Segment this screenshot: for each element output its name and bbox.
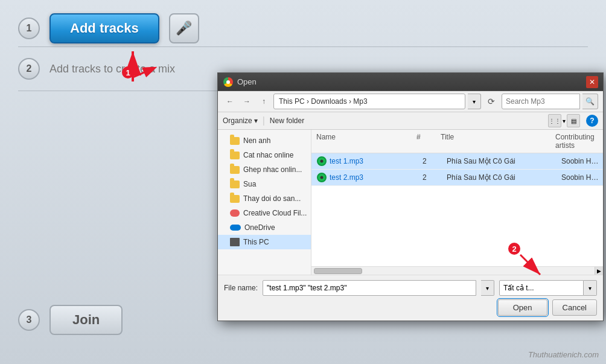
scroll-right-button[interactable]: ▶ (595, 267, 603, 275)
file-num-1: 2 (420, 157, 444, 165)
join-button[interactable]: Join (49, 305, 123, 335)
filelist-header: Name # Title Contributing artists (311, 130, 603, 153)
open-button[interactable]: Open (498, 299, 547, 316)
dialog-footer: File name: ▾ ▾ Open Cancel (218, 275, 603, 321)
column-number-header[interactable]: # (414, 132, 438, 151)
watermark: Thuthuattienich.com (528, 350, 599, 359)
sidebar-item-creative-cloud[interactable]: Creative Cloud Fil... (218, 206, 311, 220)
back-button[interactable]: ← (223, 94, 237, 109)
folder-icon (230, 180, 240, 188)
sidebar-item-label: Sua (243, 180, 256, 188)
mp3-icon (317, 156, 327, 166)
sidebar-item-label: Nen anh (243, 136, 270, 145)
file-name-1: test 1.mp3 (330, 157, 420, 165)
sidebar-item-cat-nhac-online[interactable]: Cat nhac online (218, 148, 311, 162)
pc-icon (230, 238, 240, 246)
column-name-header[interactable]: Name (311, 132, 414, 151)
dialog-navigation-toolbar: ← → ↑ This PC › Downloads › Mp3 ▾ ⟳ 🔍 (218, 91, 603, 112)
view-dropdown-arrow[interactable]: ▾ (563, 118, 566, 124)
view-icon-button-2[interactable]: ▤ (567, 114, 580, 127)
sidebar-item-label: Thay doi do san... (243, 194, 301, 203)
microphone-button[interactable]: 🎤 (169, 13, 199, 43)
refresh-button[interactable]: ⟳ (483, 94, 499, 109)
organize-label: Organize (223, 117, 252, 125)
cloud-icon (230, 209, 240, 217)
view-icon-button-1[interactable]: ⋮⋮ (548, 114, 561, 127)
search-button[interactable]: 🔍 (582, 94, 598, 109)
scrollbar-thumb[interactable] (314, 268, 362, 274)
organize-arrow-icon: ▾ (254, 117, 258, 125)
help-button[interactable]: ? (586, 115, 598, 127)
mp3-file-icon (316, 172, 327, 183)
step2-number: 2 (18, 58, 40, 80)
file-artists-2: Soobin Hoàng Sơn (559, 173, 603, 182)
dialog-file-list: Name # Title Contributing artists test 1… (311, 130, 603, 275)
sidebar-item-label: Cat nhac online (243, 151, 293, 159)
cancel-button[interactable]: Cancel (552, 299, 597, 316)
onedrive-icon (230, 225, 241, 231)
column-title-header[interactable]: Title (438, 132, 553, 151)
chrome-icon (223, 77, 233, 87)
file-name-2: test 2.mp3 (330, 173, 420, 182)
add-tracks-button[interactable]: Add tracks (49, 13, 159, 43)
app-background: 1 Add tracks 🎤 1 (0, 0, 606, 364)
organize-button[interactable]: Organize ▾ (223, 117, 258, 125)
filetype-input[interactable] (499, 280, 584, 296)
sidebar-item-ghep-nhac[interactable]: Ghep nhac onlin... (218, 162, 311, 177)
sidebar-item-thay-doi[interactable]: Thay doi do san... (218, 191, 311, 206)
breadcrumb-dropdown[interactable]: ▾ (468, 94, 481, 109)
forward-button[interactable]: → (240, 94, 254, 109)
new-folder-button[interactable]: New folder (270, 117, 304, 125)
file-num-2: 2 (420, 173, 444, 182)
filetype-dropdown-button[interactable]: ▾ (584, 280, 597, 296)
dialog-title: Open (237, 77, 586, 86)
sidebar-item-label: This PC (243, 238, 269, 246)
filename-row: File name: ▾ ▾ (224, 280, 597, 296)
view-buttons: ⋮⋮ ▾ ▤ ? (548, 114, 598, 127)
step1-section: 1 Add tracks 🎤 (0, 0, 606, 46)
sidebar-item-label: OneDrive (244, 223, 275, 232)
toolbar-separator: | (263, 115, 265, 126)
dialog-close-button[interactable]: ✕ (586, 76, 598, 88)
up-button[interactable]: ↑ (257, 94, 271, 109)
search-input[interactable] (502, 94, 580, 109)
file-list-empty-area (311, 186, 603, 266)
sidebar-item-this-pc[interactable]: This PC (218, 235, 311, 249)
dialog-body: Nen anh Cat nhac online Ghep nhac onlin.… (218, 130, 603, 275)
dialog-app-icon (223, 77, 234, 88)
file-open-dialog: Open ✕ ← → ↑ This PC › Downloads › Mp3 ▾… (217, 72, 604, 321)
dialog-action-buttons: Open Cancel (224, 299, 597, 316)
file-title-2: Phía Sau Một Cô Gái (444, 173, 559, 182)
dialog-titlebar: Open ✕ (218, 73, 603, 91)
horizontal-scrollbar[interactable]: ▶ (311, 266, 603, 275)
file-row-1[interactable]: test 1.mp3 2 Phía Sau Một Cô Gái Soobin … (311, 153, 603, 170)
file-row-2[interactable]: test 2.mp3 2 Phía Sau Một Cô Gái Soobin … (311, 170, 603, 186)
folder-icon (230, 152, 240, 159)
folder-icon (230, 137, 240, 145)
filename-label: File name: (224, 284, 258, 292)
mp3-file-icon (316, 156, 327, 167)
column-artists-header[interactable]: Contributing artists (553, 132, 603, 151)
filename-input[interactable] (263, 280, 476, 296)
sidebar-item-label: Ghep nhac onlin... (243, 165, 302, 174)
dialog-sidebar: Nen anh Cat nhac online Ghep nhac onlin.… (218, 130, 311, 275)
dialog-secondary-toolbar: Organize ▾ | New folder ⋮⋮ ▾ ▤ ? (218, 112, 603, 130)
sidebar-item-label: Creative Cloud Fil... (243, 209, 307, 217)
microphone-icon: 🎤 (176, 21, 192, 36)
file-artists-1: Soobin Hoàng Sơn (559, 157, 603, 165)
sidebar-item-nen-anh[interactable]: Nen anh (218, 133, 311, 148)
step3-number: 3 (18, 309, 40, 331)
file-title-1: Phía Sau Một Cô Gái (444, 157, 559, 165)
filetype-container: ▾ (499, 280, 597, 296)
step2-text: Add tracks to create a mix (49, 63, 175, 75)
breadcrumb-bar[interactable]: This PC › Downloads › Mp3 (273, 94, 465, 109)
step1-number: 1 (18, 18, 40, 39)
mp3-icon (317, 173, 327, 182)
filename-dropdown-button[interactable]: ▾ (481, 280, 494, 296)
folder-icon (230, 195, 240, 203)
folder-icon (230, 166, 240, 174)
sidebar-item-onedrive[interactable]: OneDrive (218, 220, 311, 235)
sidebar-item-sua[interactable]: Sua (218, 177, 311, 191)
